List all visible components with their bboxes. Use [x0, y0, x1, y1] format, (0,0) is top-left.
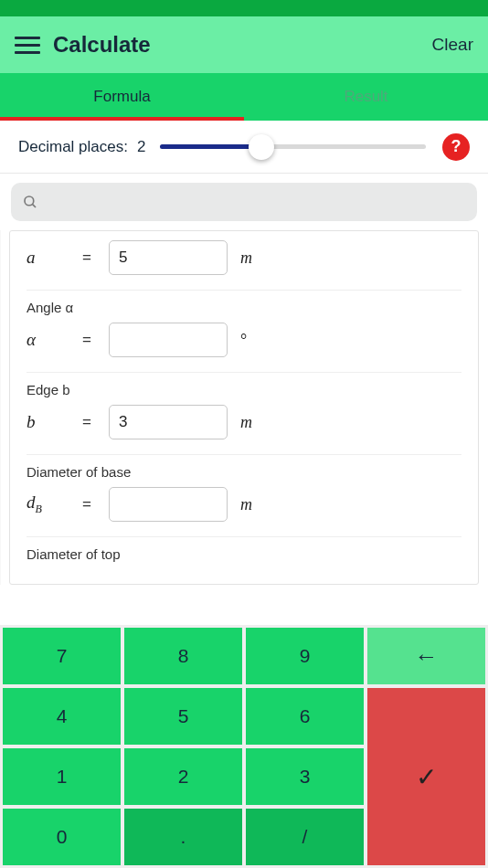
page-title: Calculate [53, 32, 432, 58]
svg-line-1 [33, 205, 36, 207]
field-input-b[interactable] [109, 405, 228, 439]
clear-button[interactable]: Clear [432, 35, 473, 55]
help-button[interactable]: ? [442, 133, 470, 161]
field-input-alpha[interactable] [109, 323, 228, 357]
field-unit: m [240, 495, 252, 514]
key-0[interactable]: 0 [3, 809, 121, 865]
key-8[interactable]: 8 [124, 628, 242, 684]
field-diameter-top: Diameter of top [27, 537, 461, 584]
key-3[interactable]: 3 [246, 748, 364, 805]
field-label: Diameter of top [27, 546, 461, 562]
svg-point-0 [25, 196, 34, 206]
equals-sign: = [78, 413, 96, 431]
field-input-db[interactable] [109, 487, 228, 522]
equals-sign: = [78, 495, 96, 513]
field-angle-alpha: Angle α α = ° [27, 291, 461, 373]
field-unit: m [240, 413, 252, 432]
field-edge-b: Edge b b = m [27, 373, 461, 455]
status-bar [0, 0, 488, 16]
field-label: Angle α [27, 300, 461, 315]
decimal-slider[interactable] [160, 133, 426, 161]
field-a: a = m [27, 231, 461, 291]
field-label: Edge b [27, 382, 461, 397]
decimal-places-row: Decimal places: 2 ? [0, 121, 488, 174]
search-input[interactable] [11, 183, 477, 221]
key-slash[interactable]: / [246, 809, 364, 865]
field-symbol: b [27, 412, 65, 432]
equals-sign: = [78, 249, 96, 267]
field-unit: m [240, 249, 252, 268]
key-1[interactable]: 1 [3, 748, 121, 805]
key-7[interactable]: 7 [3, 628, 121, 684]
decimal-value: 2 [137, 138, 145, 156]
field-unit: ° [240, 331, 247, 350]
menu-icon[interactable] [15, 32, 40, 58]
key-4[interactable]: 4 [3, 688, 121, 745]
search-row [0, 174, 488, 230]
tab-indicator [0, 117, 244, 121]
key-enter[interactable]: ✓ [367, 688, 485, 865]
field-symbol: dB [27, 492, 65, 516]
app-bar: Calculate Clear [0, 16, 488, 73]
tab-result[interactable]: Result [244, 73, 488, 121]
search-icon [22, 194, 38, 210]
key-9[interactable]: 9 [246, 628, 364, 684]
field-input-a[interactable] [109, 240, 228, 275]
key-2[interactable]: 2 [124, 748, 242, 805]
key-6[interactable]: 6 [246, 688, 364, 745]
key-5[interactable]: 5 [124, 688, 242, 745]
tab-formula[interactable]: Formula [0, 73, 244, 121]
field-symbol: α [27, 330, 65, 350]
field-symbol: a [27, 248, 65, 268]
keypad: 7 8 9 ← 4 5 6 ✓ 1 2 3 0 . / [0, 625, 488, 868]
content-area: a = m Angle α α = ° Edge b b = m [0, 230, 488, 585]
fields-card: a = m Angle α α = ° Edge b b = m [9, 230, 479, 585]
tab-bar: Formula Result [0, 73, 488, 121]
key-backspace[interactable]: ← [367, 628, 485, 684]
key-dot[interactable]: . [124, 809, 242, 865]
decimal-label: Decimal places: [18, 138, 128, 156]
field-diameter-base: Diameter of base dB = m [27, 455, 461, 537]
field-label: Diameter of base [27, 464, 461, 480]
equals-sign: = [78, 331, 96, 349]
